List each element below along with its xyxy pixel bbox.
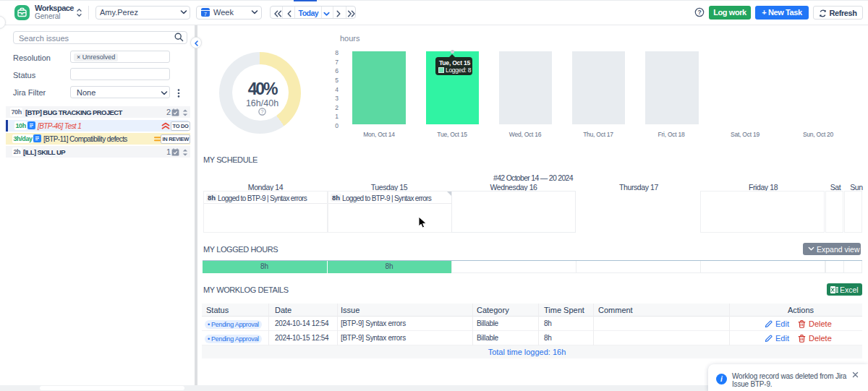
svg-text:?: ?: [261, 109, 264, 115]
svg-text:?: ?: [697, 9, 701, 16]
